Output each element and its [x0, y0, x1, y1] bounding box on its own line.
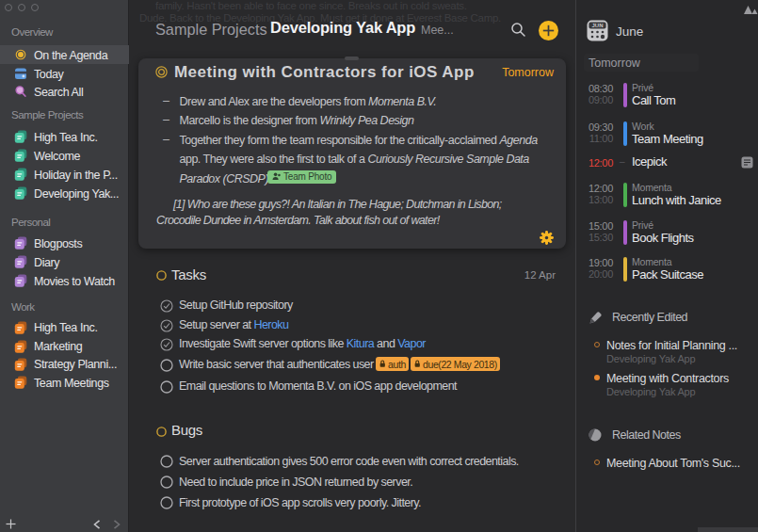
svg-text:JUN: JUN [591, 23, 603, 28]
